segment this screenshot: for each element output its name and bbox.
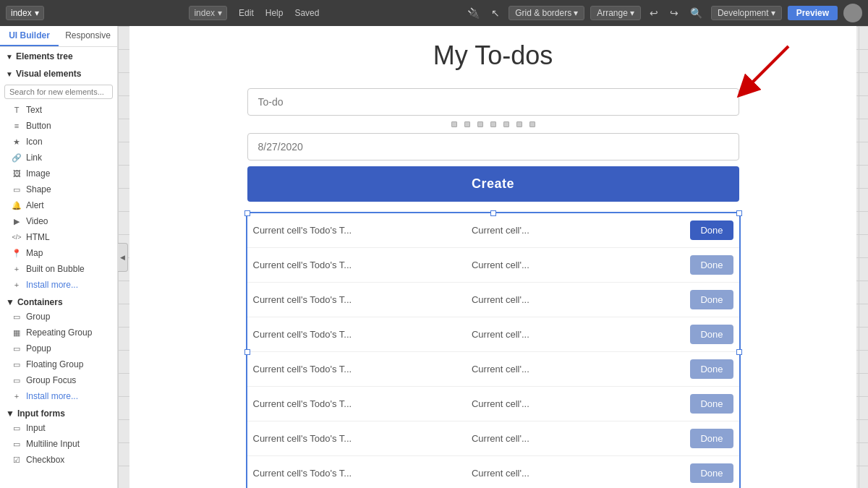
elements-tree-header[interactable]: ▼ Elements tree	[0, 47, 117, 64]
saved-status: Saved	[294, 8, 319, 18]
floating-group-icon: ▭	[12, 360, 22, 369]
arrow-icon-4: ▼	[6, 408, 14, 419]
todo-text-cell: Current cell's Todo's T...	[247, 260, 472, 270]
avatar[interactable]	[843, 4, 862, 22]
done-button[interactable]: Done	[690, 429, 733, 448]
sidebar-item-label: Multiline Input	[26, 439, 80, 449]
collapse-icon: ◀	[120, 254, 125, 261]
video-icon: ▶	[12, 217, 22, 226]
search-input[interactable]	[4, 85, 113, 99]
done-button[interactable]: Done	[690, 463, 733, 483]
sidebar-item-icon[interactable]: ★ Icon	[0, 134, 117, 150]
done-button[interactable]: Done	[690, 325, 733, 344]
handle-dot[interactable]	[464, 121, 470, 127]
create-button[interactable]: Create	[247, 166, 739, 202]
sidebar-item-label: Icon	[26, 137, 43, 147]
done-button[interactable]: Done	[690, 255, 733, 275]
table-row: Current cell's Todo's T... Current cell'…	[247, 317, 739, 352]
sidebar-item-checkbox[interactable]: ☑ Checkbox	[0, 452, 117, 468]
sidebar-item-label: Built on Bubble	[26, 264, 85, 274]
elements-tree-label: Elements tree	[16, 51, 73, 61]
sidebar-item-label: Video	[26, 216, 48, 226]
checkbox-icon: ☑	[12, 455, 22, 465]
sidebar: UI Builder Responsive ▼ Elements tree ▼ …	[0, 26, 118, 488]
sidebar-item-label: Alert	[26, 200, 44, 210]
sidebar-item-alert[interactable]: 🔔 Alert	[0, 197, 117, 213]
sidebar-item-repeating-group[interactable]: ▦ Repeating Group	[0, 325, 117, 341]
sidebar-item-link[interactable]: 🔗 Link	[0, 150, 117, 166]
sidebar-item-popup[interactable]: ▭ Popup	[0, 341, 117, 356]
page-selector-left[interactable]: index ▾	[6, 6, 44, 20]
handle-dot[interactable]	[516, 121, 522, 127]
done-button[interactable]: Done	[690, 221, 733, 240]
canvas-area[interactable]: ◀ My To-dos Create	[118, 26, 868, 488]
redo-button[interactable]: ↪	[667, 6, 681, 20]
install-icon-2: +	[12, 392, 22, 401]
sidebar-item-label: Group	[26, 312, 50, 322]
handle-dot[interactable]	[451, 121, 457, 127]
handle-dot[interactable]	[477, 121, 483, 127]
development-button[interactable]: Development ▾	[711, 6, 782, 20]
sidebar-item-built-on-bubble[interactable]: + Built on Bubble	[0, 261, 117, 277]
handle-dot[interactable]	[503, 121, 509, 127]
todo-text-cell: Current cell's Todo's T...	[247, 294, 472, 305]
sidebar-item-group[interactable]: ▭ Group	[0, 309, 117, 325]
arrow-icon-2: ▼	[6, 70, 13, 78]
group-focus-icon: ▭	[12, 376, 22, 385]
grid-borders-button[interactable]: Grid & borders ▾	[509, 6, 584, 20]
sidebar-item-label: Install more...	[26, 391, 78, 401]
edit-menu[interactable]: Edit	[239, 8, 254, 18]
page-selector-center[interactable]: index ▾	[189, 6, 227, 20]
date-input[interactable]	[247, 133, 739, 160]
collapse-sidebar-handle[interactable]: ◀	[118, 243, 128, 272]
todo-text-cell: Current cell's Todo's T...	[247, 364, 472, 374]
sidebar-item-map[interactable]: 📍 Map	[0, 245, 117, 261]
handle-dot[interactable]	[490, 121, 496, 127]
undo-button[interactable]: ↩	[647, 6, 661, 20]
sidebar-item-install-more-containers[interactable]: + Install more...	[0, 388, 117, 404]
tab-responsive[interactable]: Responsive	[59, 26, 117, 46]
sidebar-item-label: Popup	[26, 343, 51, 354]
todo-text-cell: Current cell's Todo's T...	[247, 468, 472, 479]
multiline-icon: ▭	[12, 440, 22, 449]
html-icon: </>	[12, 234, 22, 241]
input-forms-header[interactable]: ▼ Input forms	[0, 404, 117, 420]
sidebar-item-shape[interactable]: ▭ Shape	[0, 181, 117, 197]
tab-row: UI Builder Responsive	[0, 26, 117, 47]
alert-icon: 🔔	[12, 201, 22, 210]
done-button[interactable]: Done	[690, 290, 733, 309]
todo-text-cell: Current cell's Todo's T...	[247, 329, 472, 340]
preview-button[interactable]: Preview	[788, 6, 838, 20]
sidebar-item-html[interactable]: </> HTML	[0, 229, 117, 245]
sidebar-item-input[interactable]: ▭ Input	[0, 420, 117, 436]
done-button[interactable]: Done	[690, 394, 733, 414]
plugin-icon[interactable]: 🔌	[464, 6, 482, 20]
sidebar-item-image[interactable]: 🖼 Image	[0, 166, 117, 181]
sidebar-item-group-focus[interactable]: ▭ Group Focus	[0, 372, 117, 388]
text-icon: T	[12, 106, 22, 114]
sidebar-item-multiline-input[interactable]: ▭ Multiline Input	[0, 436, 117, 452]
top-bar-center: index ▾ Edit Help Saved	[47, 6, 461, 20]
sidebar-item-label: Repeating Group	[26, 328, 92, 338]
handle-dot[interactable]	[529, 121, 535, 127]
sidebar-item-button[interactable]: ≡ Button	[0, 118, 117, 134]
help-menu[interactable]: Help	[265, 8, 284, 18]
sidebar-item-label: Floating Group	[26, 359, 83, 369]
todo-input[interactable]	[247, 88, 739, 116]
done-button[interactable]: Done	[690, 359, 733, 379]
sidebar-item-label: Image	[26, 168, 50, 179]
table-row: Current cell's Todo's T... Current cell'…	[247, 213, 739, 248]
table-row: Current cell's Todo's T... Current cell'…	[247, 352, 739, 387]
sidebar-item-floating-group[interactable]: ▭ Floating Group	[0, 356, 117, 372]
search-button[interactable]: 🔍	[687, 6, 705, 20]
cursor-icon[interactable]: ↖	[488, 6, 503, 20]
sidebar-item-video[interactable]: ▶ Video	[0, 213, 117, 229]
visual-elements-header[interactable]: ▼ Visual elements	[0, 64, 117, 82]
arrange-button[interactable]: Arrange ▾	[590, 6, 641, 20]
table-row: Current cell's Todo's T... Current cell'…	[247, 387, 739, 421]
containers-header[interactable]: ▼ Containers	[0, 293, 117, 309]
sidebar-item-text[interactable]: T Text	[0, 102, 117, 118]
date-text-cell: Current cell'...	[472, 294, 690, 305]
sidebar-item-install-more-visual[interactable]: + Install more...	[0, 277, 117, 293]
tab-ui-builder[interactable]: UI Builder	[0, 26, 59, 46]
